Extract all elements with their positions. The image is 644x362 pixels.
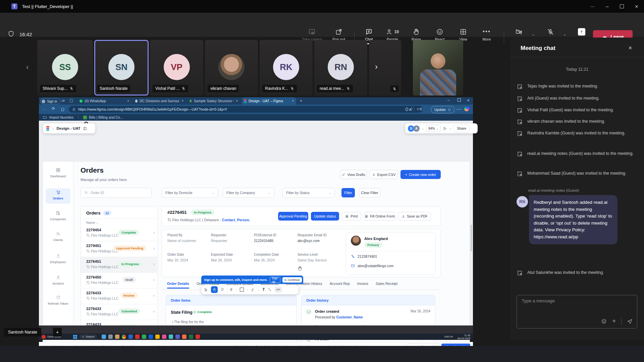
- order-row[interactable]: 2276450TL Flex Holdings LLC Draft›: [81, 273, 158, 289]
- customer-name-link[interactable]: Customer_Name: [336, 315, 363, 319]
- chat-message-input[interactable]: [521, 298, 630, 304]
- window-menu-icon[interactable]: ⋯: [585, 0, 600, 13]
- clear-filter-button[interactable]: Clear Filter: [359, 188, 380, 197]
- browser-tab[interactable]: DC Divisions and Surroundings✕: [133, 97, 186, 105]
- browser-menu-icon[interactable]: ⋯: [456, 106, 462, 112]
- react-button[interactable]: React: [429, 28, 451, 41]
- pen-tool-icon[interactable]: [251, 288, 255, 292]
- print-button[interactable]: Print: [342, 212, 361, 221]
- order-row[interactable]: 2279451TL Flex Holdings LLC Approval Pen…: [81, 241, 158, 257]
- taskbar-app-icon[interactable]: [115, 335, 119, 339]
- address-bar[interactable]: https://www.figma.com/design/9BKQ0FOHRWa…: [69, 106, 423, 113]
- home-icon[interactable]: [60, 107, 65, 112]
- back-icon[interactable]: ←: [42, 106, 47, 111]
- view-drafts-button[interactable]: View Drafts: [340, 170, 367, 179]
- contact-person-link[interactable]: Contact_Person.: [222, 218, 250, 222]
- participant-tile[interactable]: VP Vishal Patil ...: [150, 40, 203, 96]
- participant-tile-video[interactable]: [413, 40, 463, 96]
- refresh-icon[interactable]: ⟳: [52, 106, 55, 111]
- view-button[interactable]: View: [452, 28, 474, 41]
- move-tool-icon[interactable]: [204, 288, 208, 292]
- google-continue-button[interactable]: G Continue: [282, 277, 302, 283]
- collaborator-avatar[interactable]: A: [413, 125, 420, 132]
- chevron-down-icon[interactable]: ⌄: [422, 127, 424, 130]
- new-tab-icon[interactable]: +: [300, 99, 302, 103]
- participant-tile[interactable]: RK Ravindra K...: [260, 40, 313, 96]
- browser-close-icon[interactable]: ✕: [467, 99, 470, 102]
- tab-close-icon[interactable]: ✕: [127, 99, 129, 103]
- participant-tile-speaking[interactable]: SN Santosh Narate: [94, 40, 149, 96]
- taskbar-app-icon[interactable]: [102, 335, 106, 339]
- tiles-scroll-right-chevron[interactable]: ›: [375, 62, 378, 71]
- sidebar-item-dashboard[interactable]: Dashboard: [43, 168, 73, 178]
- filter-status-select[interactable]: Filter by Status⌄: [282, 188, 335, 198]
- taskbar-app-icon[interactable]: [189, 335, 193, 339]
- taskbar-app-icon[interactable]: [155, 335, 160, 339]
- bookmark-item[interactable]: Import favorites: [49, 115, 73, 119]
- participant-tile[interactable]: vikram chavan: [205, 40, 258, 96]
- camera-options-chevron[interactable]: ⌄: [532, 32, 535, 37]
- window-close-icon[interactable]: ✕: [629, 0, 644, 13]
- sign-up-button[interactable]: Sign up: [270, 277, 280, 283]
- game-score-widget-icon[interactable]: [42, 335, 46, 339]
- filter-domicile-select[interactable]: Filter by Domicile⌄: [162, 188, 218, 198]
- approval-pending-button[interactable]: Approval Pending: [278, 212, 308, 221]
- name-column-header[interactable]: Name ↓: [86, 221, 98, 225]
- copilot-icon[interactable]: [464, 106, 469, 111]
- participant-tile-partial[interactable]: [369, 40, 401, 96]
- window-minimize-icon[interactable]: ─: [600, 0, 614, 13]
- browser-tab[interactable]: (6) WhatsApp✕: [77, 97, 131, 105]
- filter-company-select[interactable]: Filter by Company⌄: [223, 188, 274, 198]
- layout-columns-icon[interactable]: [83, 126, 87, 131]
- dev-mode-icon[interactable]: </>: [274, 287, 282, 293]
- taskbar-app-icon[interactable]: [149, 335, 153, 339]
- export-csv-button[interactable]: Export CSV: [370, 170, 398, 179]
- collections-star-icon[interactable]: [419, 107, 423, 112]
- tab-close-icon[interactable]: ✕: [181, 99, 184, 103]
- read-aloud-icon[interactable]: A): [409, 107, 412, 112]
- taskbar-app-icon[interactable]: [196, 335, 200, 339]
- browser-maximize-icon[interactable]: [458, 98, 461, 102]
- people-button[interactable]: 10 People: [381, 28, 404, 41]
- attach-plus-icon[interactable]: +: [612, 318, 616, 325]
- sidebar-item-employees[interactable]: Employees: [43, 253, 73, 264]
- tab-invoice[interactable]: Invoice: [357, 282, 368, 286]
- raise-hand-button[interactable]: Raise: [405, 28, 427, 41]
- sidebar-item-refresh-token[interactable]: Refresh Token: [43, 295, 73, 305]
- tab-close-icon[interactable]: ✕: [291, 99, 294, 103]
- figma-file-menu[interactable]: ⌄ Design - UAT: [43, 123, 95, 133]
- taskbar-app-icon[interactable]: [135, 335, 140, 339]
- send-icon[interactable]: [627, 318, 633, 324]
- browser-sign-in-button[interactable]: Sign in: [40, 98, 60, 104]
- connector-tool-icon[interactable]: [268, 288, 272, 292]
- taskbar-app-icon[interactable]: [182, 335, 186, 339]
- more-button[interactable]: ••• More: [476, 28, 498, 41]
- contact-phone[interactable]: 2123874901: [351, 254, 377, 258]
- participant-tile[interactable]: SS Shivani Sup...: [37, 40, 93, 96]
- order-id-search-input[interactable]: Order ID: [80, 188, 152, 198]
- taskbar-app-icon[interactable]: [122, 335, 126, 339]
- tab-account-rep[interactable]: Account Rep: [330, 282, 350, 286]
- fill-online-form-button[interactable]: Fill Online Form: [364, 212, 395, 221]
- save-as-pdf-button[interactable]: Save as PDF: [398, 212, 431, 221]
- browser-update-button[interactable]: Update: [431, 106, 454, 113]
- shape-tool-icon[interactable]: [240, 288, 244, 292]
- tab-order-details[interactable]: Order Details: [167, 282, 189, 286]
- taskbar-app-icon[interactable]: [169, 335, 173, 339]
- order-row-selected[interactable]: 2276451TL Flex Holdings LLC In Progress›: [81, 257, 158, 273]
- zoom-level-control[interactable]: 94%⌄: [426, 125, 441, 132]
- tab-search-icon[interactable]: [69, 99, 73, 103]
- browser-minimize-icon[interactable]: ─: [447, 99, 450, 102]
- shared-lang-indicator[interactable]: ENG IN: [445, 336, 453, 338]
- presenter-tag-expand-button[interactable]: +: [53, 328, 62, 337]
- lasso-tool-icon[interactable]: [220, 288, 224, 292]
- tiles-scroll-left-chevron[interactable]: ‹: [26, 63, 29, 72]
- taskbar-app-icon[interactable]: [128, 335, 133, 339]
- chevron-down-icon[interactable]: ⌄: [449, 127, 451, 130]
- sidebar-item-vendors[interactable]: Vendors: [43, 275, 73, 285]
- sidebar-item-companies[interactable]: Companies: [43, 210, 73, 221]
- tab-sales-receipt[interactable]: Sales Receipt: [376, 282, 397, 286]
- text-tool-icon[interactable]: T: [262, 287, 265, 292]
- sidebar-item-orders[interactable]: Orders: [43, 190, 73, 200]
- bookmark-item[interactable]: Bills | Billing and Co...: [89, 115, 123, 119]
